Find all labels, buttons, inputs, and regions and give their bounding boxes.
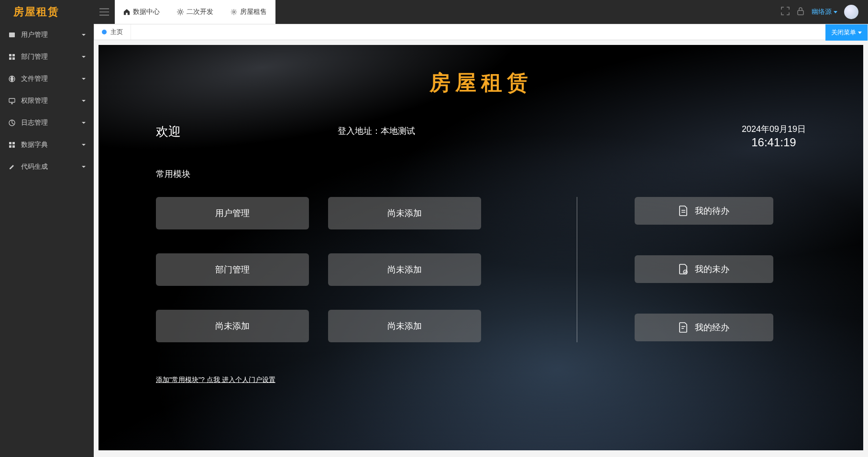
module-grid: 用户管理 尚未添加 部门管理 尚未添加 尚未添加 尚未添加 — [156, 197, 481, 342]
module-button-5[interactable]: 尚未添加 — [328, 310, 481, 342]
vertical-divider — [577, 197, 577, 342]
chevron-down-icon — [834, 11, 837, 13]
sidebar: 用户管理 部门管理 文件管理 权限管理 日志管理 数据字典 代码生成 — [0, 24, 94, 457]
chevron-down-icon — [81, 76, 86, 81]
svg-rect-13 — [12, 54, 15, 56]
home-icon — [123, 9, 130, 15]
module-button-1[interactable]: 尚未添加 — [328, 197, 481, 229]
svg-rect-11 — [9, 33, 15, 37]
close-menu-label: 关闭菜单 — [831, 28, 856, 37]
chevron-down-icon — [81, 142, 86, 147]
active-dot-icon — [102, 30, 107, 34]
login-addr-label: 登入地址： — [338, 126, 381, 136]
app-logo: 房屋租赁 — [0, 5, 94, 19]
sidebar-item-code-gen[interactable]: 代码生成 — [0, 156, 94, 178]
info-row: 欢迎 登入地址：本地测试 2024年09月19日 16:41:19 — [99, 123, 863, 149]
svg-line-8 — [182, 10, 183, 11]
chevron-down-icon — [81, 164, 86, 169]
date-text: 2024年09月19日 — [742, 123, 806, 135]
modules-section-title: 常用模块 — [156, 168, 863, 180]
tab-house-rent[interactable]: 房屋租售 — [222, 0, 275, 24]
header-tabs: 数据中心 二次开发 房屋租售 — [115, 0, 275, 24]
module-button-4[interactable]: 尚未添加 — [156, 310, 309, 342]
svg-point-0 — [179, 11, 181, 13]
task-column: 我的待办 我的未办 我的经办 — [635, 197, 773, 342]
tabstrip-home-tab[interactable]: 主页 — [94, 24, 131, 40]
task-label: 我的未办 — [695, 263, 729, 275]
svg-rect-21 — [9, 145, 11, 148]
grid-icon — [9, 54, 15, 60]
sidebar-item-file-mgmt[interactable]: 文件管理 — [0, 68, 94, 90]
svg-rect-12 — [9, 54, 11, 56]
monitor-icon — [9, 98, 15, 104]
module-button-0[interactable]: 用户管理 — [156, 197, 309, 229]
lock-button[interactable] — [796, 7, 805, 17]
fullscreen-button[interactable] — [781, 7, 790, 17]
sidebar-item-label: 部门管理 — [21, 53, 48, 61]
document-check-icon — [679, 264, 688, 274]
grid-icon — [9, 141, 15, 148]
sidebar-item-perm-mgmt[interactable]: 权限管理 — [0, 90, 94, 112]
chevron-down-icon — [81, 54, 86, 59]
tab-secondary-dev[interactable]: 二次开发 — [168, 0, 222, 24]
pencil-icon — [9, 163, 15, 170]
gear-icon — [231, 9, 237, 15]
username-label: 幽络源 — [812, 8, 832, 16]
header-right: 幽络源 — [781, 0, 858, 24]
task-label: 我的待办 — [695, 205, 729, 217]
sidebar-item-label: 用户管理 — [21, 31, 48, 39]
sidebar-item-data-dict[interactable]: 数据字典 — [0, 134, 94, 156]
sidebar-toggle-button[interactable] — [94, 0, 115, 24]
sidebar-item-label: 数据字典 — [21, 141, 48, 149]
task-button-handled[interactable]: 我的经办 — [635, 314, 773, 341]
chart-icon — [9, 120, 15, 126]
svg-rect-22 — [12, 145, 15, 148]
tab-label: 数据中心 — [133, 8, 160, 16]
time-text: 16:41:19 — [742, 136, 806, 149]
chevron-down-icon — [858, 32, 862, 34]
task-button-pending[interactable]: 我的未办 — [635, 255, 773, 283]
fullscreen-icon — [781, 7, 790, 15]
tab-label: 二次开发 — [187, 8, 213, 16]
chevron-down-icon — [81, 120, 86, 125]
module-button-2[interactable]: 部门管理 — [156, 253, 309, 286]
sidebar-item-label: 代码生成 — [21, 163, 48, 171]
tabstrip-spacer — [131, 24, 825, 40]
sidebar-item-dept-mgmt[interactable]: 部门管理 — [0, 46, 94, 68]
close-menu-button[interactable]: 关闭菜单 — [825, 24, 868, 41]
sidebar-item-label: 日志管理 — [21, 119, 48, 127]
document-icon — [679, 206, 688, 216]
task-label: 我的经办 — [695, 322, 729, 333]
chevron-down-icon — [81, 98, 86, 103]
dashboard-title: 房屋租赁 — [99, 45, 863, 97]
svg-line-7 — [178, 13, 179, 14]
svg-rect-14 — [9, 57, 11, 60]
svg-rect-15 — [12, 57, 15, 60]
document-done-icon — [679, 322, 688, 333]
svg-point-9 — [233, 11, 235, 13]
svg-line-5 — [178, 10, 179, 11]
welcome-text: 欢迎 — [156, 123, 338, 140]
tab-label: 房屋租售 — [240, 8, 267, 16]
svg-rect-10 — [798, 11, 803, 15]
grid-area: 用户管理 尚未添加 部门管理 尚未添加 尚未添加 尚未添加 我的待办 我的未办 — [99, 197, 863, 342]
login-address: 登入地址：本地测试 — [338, 125, 415, 137]
svg-rect-17 — [9, 98, 15, 102]
hamburger-icon — [99, 8, 109, 16]
login-addr-value: 本地测试 — [381, 126, 415, 136]
dashboard-content: 房屋租赁 欢迎 登入地址：本地测试 2024年09月19日 16:41:19 常… — [99, 45, 863, 450]
tabstrip-label: 主页 — [110, 28, 123, 36]
task-button-todo[interactable]: 我的待办 — [635, 197, 773, 225]
module-button-3[interactable]: 尚未添加 — [328, 253, 481, 286]
tab-data-center[interactable]: 数据中心 — [115, 0, 168, 24]
sidebar-item-label: 权限管理 — [21, 97, 48, 105]
datetime-block: 2024年09月19日 16:41:19 — [742, 123, 806, 149]
user-avatar[interactable] — [844, 5, 858, 19]
page-tabstrip: 主页 关闭菜单 — [94, 24, 868, 40]
sidebar-item-user-mgmt[interactable]: 用户管理 — [0, 24, 94, 46]
portal-settings-link[interactable]: 添加"常用模块"? 点我 进入个人门户设置 — [156, 376, 275, 384]
user-menu[interactable]: 幽络源 — [812, 8, 837, 16]
sun-icon — [177, 9, 184, 15]
sidebar-item-log-mgmt[interactable]: 日志管理 — [0, 112, 94, 134]
svg-line-6 — [182, 13, 183, 14]
